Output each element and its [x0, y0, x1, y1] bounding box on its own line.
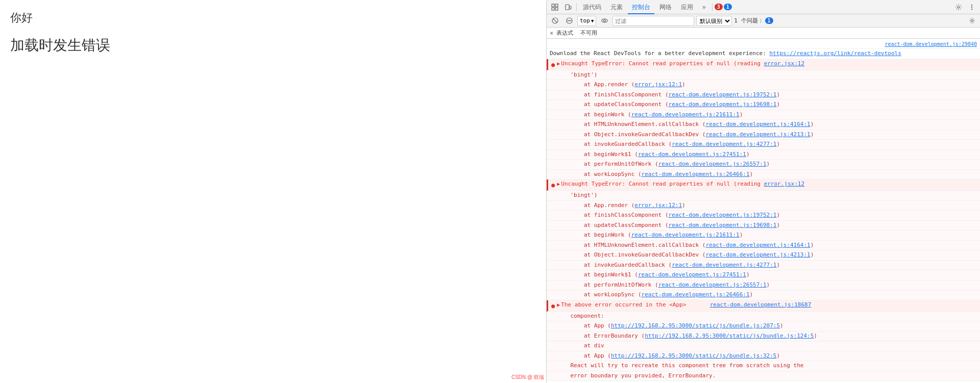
context-label: top — [580, 17, 590, 24]
svg-point-15 — [603, 20, 605, 22]
inspect-element-button[interactable] — [549, 1, 561, 13]
error-1-line-bingt: 'bingt') — [547, 70, 980, 81]
tab-more[interactable]: » — [698, 0, 710, 14]
error-1-stack-9: at performUnitOfWork (react-dom.developm… — [547, 160, 980, 170]
svg-rect-0 — [552, 4, 554, 7]
settings-button[interactable] — [952, 1, 965, 13]
issues-label: 1 个问题： — [734, 17, 763, 24]
error-2-message: ▶Uncaught TypeError: Cannot read propert… — [557, 180, 977, 189]
svg-line-11 — [553, 19, 557, 22]
error-1-stack-4: at beginWork (react-dom.development.js:2… — [547, 110, 980, 120]
tab-elements[interactable]: 元素 — [606, 0, 627, 14]
work-loop-link[interactable]: react-dom.development.js:26466:1 — [642, 171, 750, 177]
tab-console[interactable]: 控制台 — [628, 0, 654, 14]
error-boundary-message: ▶The above error occurred in the <App> r… — [557, 301, 977, 310]
issues-counter: 1 个问题： 1 — [734, 17, 773, 24]
html-unknown-link[interactable]: react-dom.development.js:4164:1 — [705, 121, 810, 127]
svg-rect-4 — [566, 5, 569, 10]
error-group-2-header[interactable]: ● ▶Uncaught TypeError: Cannot read prope… — [547, 180, 980, 191]
error-2-stack-9: at performUnitOfWork (react-dom.developm… — [547, 280, 980, 291]
tab-application[interactable]: 应用 — [677, 0, 697, 14]
work-loop-link-2[interactable]: react-dom.development.js:26466:1 — [642, 291, 750, 298]
boundary-app-link[interactable]: http://192.168.2.95:3000/static/js/bundl… — [611, 322, 780, 329]
boundary-app-link-2[interactable]: http://192.168.2.95:3000/static/js/bundl… — [611, 352, 777, 359]
triangle-icon-1: ▶ — [557, 60, 560, 67]
error-1-message: ▶Uncaught TypeError: Cannot read propert… — [557, 60, 977, 68]
error-group-1-header[interactable]: ● ▶Uncaught TypeError: Cannot read prope… — [547, 59, 980, 70]
stack-text-2: at finishClassComponent (react-dom.devel… — [557, 91, 780, 99]
error-2-stack-6: at Object.invokeGuardedCallbackDev (reac… — [547, 250, 980, 261]
error-1-stack-6: at Object.invokeGuardedCallbackDev (reac… — [547, 130, 980, 140]
invoke-guarded-dev-link[interactable]: react-dom.development.js:4213:1 — [705, 131, 810, 138]
begin-work-link-2[interactable]: react-dom.development.js:21611:1 — [631, 232, 740, 238]
update-class-link[interactable]: react-dom.development.js:19698:1 — [669, 101, 777, 108]
no-entry-button[interactable] — [563, 15, 575, 27]
devtools-second-toolbar: top ▼ 默认级别 1 个问题： 1 — [547, 14, 980, 28]
invoke-guarded-dev-link-2[interactable]: react-dom.development.js:4213:1 — [705, 251, 810, 258]
error-2-source-link[interactable]: error.jsx:12 — [764, 181, 804, 187]
expression-label: 表达式 — [556, 29, 573, 37]
error-1-stack-8: at beginWork$1 (react-dom.development.js… — [547, 150, 980, 160]
error-icon-1: ● — [551, 60, 555, 69]
clear-console-button[interactable] — [549, 15, 561, 27]
svg-rect-5 — [570, 6, 571, 9]
devtools-top-toolbar: 源代码 元素 控制台 网络 应用 » 3 1 — [547, 0, 980, 14]
error-2-line-bingt: 'bingt') — [547, 191, 980, 201]
invoke-guarded-link[interactable]: react-dom.development.js:4277:1 — [672, 141, 776, 147]
begin-work1-link[interactable]: react-dom.development.js:27451:1 — [638, 151, 746, 158]
page-content: 你好 加载时发生错误 CSDN @ 联瑞 — [0, 0, 546, 383]
begin-work1-link-2[interactable]: react-dom.development.js:27451:1 — [638, 271, 746, 278]
svg-point-8 — [971, 6, 972, 7]
app-render-link-2[interactable]: error.jsx:12:1 — [634, 202, 682, 209]
error-1-source-link[interactable]: error.jsx:12 — [764, 60, 804, 67]
error-2-stack-2: at finishClassComponent (react-dom.devel… — [547, 211, 980, 221]
console-output[interactable]: react-dom.development.js:29840 Download … — [547, 39, 980, 383]
error-1-stack-3: at updateClassComponent (react-dom.devel… — [547, 100, 980, 110]
error-1-stack-10: at workLoopSync (react-dom.development.j… — [547, 170, 980, 180]
devtools-link[interactable]: https://reactjs.org/link/react-devtools — [769, 50, 901, 57]
filter-input[interactable] — [612, 16, 694, 26]
svg-point-16 — [971, 20, 973, 22]
error-boundary-stack-2: at ErrorBoundary (http://192.168.2.95:30… — [547, 331, 980, 342]
page-error-message: 加载时发生错误 — [10, 36, 536, 55]
html-unknown-link-2[interactable]: react-dom.development.js:4164:1 — [705, 242, 810, 248]
finish-class-link-2[interactable]: react-dom.development.js:19752:1 — [669, 212, 777, 218]
svg-point-6 — [958, 6, 960, 8]
app-render-link[interactable]: error.jsx:12:1 — [634, 81, 682, 88]
expression-close-button[interactable]: × — [550, 30, 553, 37]
stack-text: at App.render (error.jsx:12:1) — [557, 81, 685, 89]
error-boundary-header[interactable]: ● ▶The above error occurred in the <App>… — [547, 300, 980, 312]
error-boundary-source-link[interactable]: react-dom.development.js:18687 — [710, 301, 812, 308]
boundary-errorboundary-link[interactable]: http://192.168.2.95:3000/static/js/bundl… — [645, 333, 814, 339]
update-class-link-2[interactable]: react-dom.development.js:19698:1 — [669, 222, 777, 228]
svg-point-9 — [971, 8, 972, 9]
finish-class-link[interactable]: react-dom.development.js:19752:1 — [669, 91, 777, 98]
invoke-guarded-link-2[interactable]: react-dom.development.js:4277:1 — [672, 262, 776, 268]
error-boundary-stack-4: at App (http://192.168.2.95:3000/static/… — [547, 351, 980, 362]
log-level-select[interactable]: 默认级别 — [696, 16, 732, 26]
perform-unit-link[interactable]: react-dom.development.js:26557:1 — [658, 161, 767, 167]
more-options-button[interactable] — [966, 1, 978, 13]
tab-network[interactable]: 网络 — [655, 0, 676, 14]
toolbar-separator-2 — [712, 3, 713, 11]
error-1-stack-7: at invokeGuardedCallback (react-dom.deve… — [547, 140, 980, 150]
svg-rect-1 — [555, 4, 558, 7]
error-1-stack-2: at finishClassComponent (react-dom.devel… — [547, 90, 980, 100]
error-boundary-component: component: — [547, 312, 980, 322]
error-2-stack-1: at App.render (error.jsx:12:1) — [547, 201, 980, 211]
error-icon-2: ● — [551, 181, 555, 190]
eye-button[interactable] — [598, 15, 610, 27]
device-toggle-button[interactable] — [562, 1, 574, 13]
context-selector[interactable]: top ▼ — [577, 16, 596, 26]
tab-source[interactable]: 源代码 — [579, 0, 605, 14]
source-ref-text: react-dom.development.js:29840 — [885, 40, 977, 48]
begin-work-link[interactable]: react-dom.development.js:21611:1 — [631, 111, 740, 118]
triangle-icon-2: ▶ — [557, 180, 560, 188]
perform-unit-link-2[interactable]: react-dom.development.js:26557:1 — [658, 282, 767, 288]
error-1-bingt-text: 'bingt') — [557, 71, 597, 80]
error-1-stack-1: at App.render (error.jsx:12:1) — [547, 80, 980, 90]
context-dropdown-icon: ▼ — [591, 18, 594, 23]
svg-rect-3 — [555, 8, 558, 10]
issues-settings-button[interactable] — [966, 15, 978, 27]
expression-value: 不可用 — [580, 29, 597, 37]
